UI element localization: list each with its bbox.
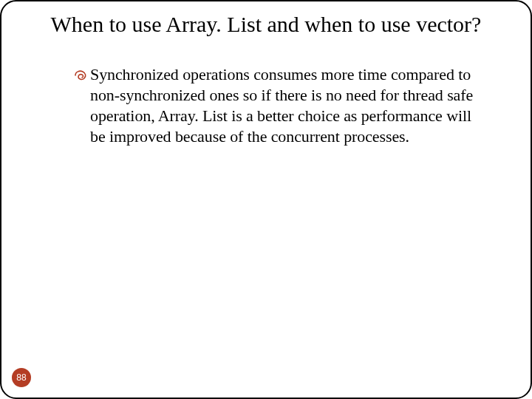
content-area: Synchronized operations consumes more ti… xyxy=(46,64,486,148)
page-number-badge: 88 xyxy=(12,368,31,387)
bullet-text: Synchronized operations consumes more ti… xyxy=(90,64,479,148)
page-number-value: 88 xyxy=(16,372,26,383)
slide-title: When to use Array. List and when to use … xyxy=(46,12,486,38)
slide-frame: When to use Array. List and when to use … xyxy=(0,0,532,399)
bullet-item: Synchronized operations consumes more ti… xyxy=(74,64,479,148)
swirl-bullet-icon xyxy=(74,69,89,81)
